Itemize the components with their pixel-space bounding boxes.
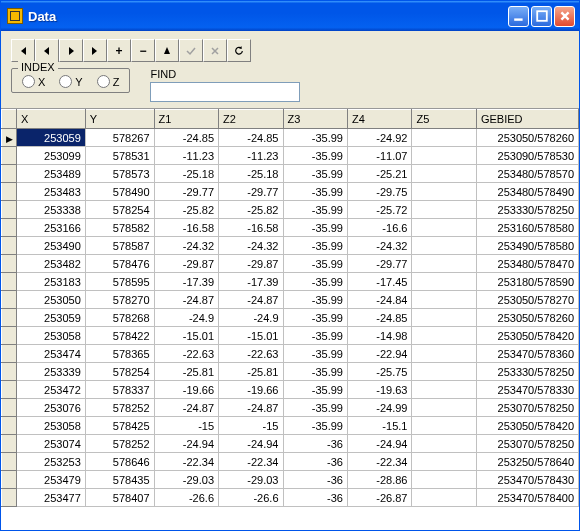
cell[interactable]: 253477 [17,489,86,507]
cell[interactable]: -24.84 [347,291,411,309]
table-row[interactable]: 253489578573-25.18-25.18-35.99-25.212534… [2,165,579,183]
cell[interactable]: -22.63 [219,345,283,363]
cell[interactable]: 253160/578580 [476,219,578,237]
cell[interactable] [412,201,476,219]
table-row[interactable]: 253482578476-29.87-29.87-35.99-29.772534… [2,255,579,273]
cell[interactable]: 578254 [85,363,154,381]
cell[interactable]: -36 [283,471,347,489]
cell[interactable]: 253330/578250 [476,201,578,219]
table-row[interactable]: 253074578252-24.94-24.94-36-24.94253070/… [2,435,579,453]
cell[interactable]: 578365 [85,345,154,363]
cell[interactable]: -24.92 [347,129,411,147]
cell[interactable]: -36 [283,435,347,453]
row-header[interactable] [2,165,17,183]
cell[interactable]: -25.18 [219,165,283,183]
cell[interactable]: 253339 [17,363,86,381]
cell[interactable]: 253058 [17,327,86,345]
cell[interactable]: 578595 [85,273,154,291]
cell[interactable]: -35.99 [283,363,347,381]
row-header[interactable] [2,345,17,363]
cell[interactable]: -15.1 [347,417,411,435]
cell[interactable]: -25.81 [219,363,283,381]
cell[interactable]: -26.6 [219,489,283,507]
row-header[interactable]: ▶ [2,129,17,147]
cell[interactable] [412,273,476,291]
cell[interactable]: -26.87 [347,489,411,507]
find-input[interactable] [150,82,300,102]
row-header[interactable] [2,201,17,219]
table-row[interactable]: 253474578365-22.63-22.63-35.99-22.942534… [2,345,579,363]
cell[interactable]: -25.82 [154,201,218,219]
cell[interactable]: 253480/578470 [476,255,578,273]
table-row[interactable]: 253338578254-25.82-25.82-35.99-25.722533… [2,201,579,219]
table-row[interactable]: 253490578587-24.32-24.32-35.99-24.322534… [2,237,579,255]
row-header[interactable] [2,381,17,399]
cell[interactable]: 253489 [17,165,86,183]
cell[interactable]: 578435 [85,471,154,489]
cell[interactable]: 253050/578270 [476,291,578,309]
cell[interactable]: 578252 [85,399,154,417]
cell[interactable]: 253059 [17,129,86,147]
cell[interactable]: -16.6 [347,219,411,237]
cell[interactable]: 253050/578260 [476,309,578,327]
cell[interactable]: -29.77 [154,183,218,201]
col-header-z4[interactable]: Z4 [347,110,411,129]
radio-y[interactable]: Y [59,75,82,88]
col-header-z5[interactable]: Z5 [412,110,476,129]
cell[interactable]: -29.77 [219,183,283,201]
cell[interactable]: 253470/578330 [476,381,578,399]
cell[interactable] [412,399,476,417]
cell[interactable]: 578254 [85,201,154,219]
cell[interactable]: -22.34 [219,453,283,471]
cell[interactable]: -22.63 [154,345,218,363]
cell[interactable]: 253480/578490 [476,183,578,201]
row-header[interactable] [2,273,17,291]
cell[interactable]: -35.99 [283,381,347,399]
cell[interactable] [412,489,476,507]
table-row[interactable]: 253099578531-11.23-11.23-35.99-11.072530… [2,147,579,165]
col-header-gebied[interactable]: GEBIED [476,110,578,129]
row-header[interactable] [2,255,17,273]
cell[interactable]: 253253 [17,453,86,471]
cell[interactable]: -24.94 [347,435,411,453]
cell[interactable]: -29.03 [154,471,218,489]
cell[interactable] [412,165,476,183]
cell[interactable]: -19.66 [154,381,218,399]
cell[interactable]: -35.99 [283,273,347,291]
table-row[interactable]: 253058578425-15-15-35.99-15.1253050/5784… [2,417,579,435]
cell[interactable]: -29.75 [347,183,411,201]
minimize-button[interactable] [508,6,529,27]
cell[interactable]: 253058 [17,417,86,435]
cell[interactable]: -24.94 [154,435,218,453]
cell[interactable]: -36 [283,489,347,507]
cell[interactable]: -24.85 [219,129,283,147]
cell[interactable] [412,291,476,309]
cell[interactable]: -26.6 [154,489,218,507]
cell[interactable]: 578587 [85,237,154,255]
edit-button[interactable] [155,39,179,62]
cell[interactable]: -11.07 [347,147,411,165]
cell[interactable] [412,363,476,381]
cell[interactable]: -35.99 [283,399,347,417]
cell[interactable]: -25.21 [347,165,411,183]
cell[interactable]: 253050/578420 [476,327,578,345]
cell[interactable] [412,345,476,363]
cell[interactable]: 253070/578250 [476,399,578,417]
cell[interactable]: 578573 [85,165,154,183]
row-header[interactable] [2,363,17,381]
cell[interactable]: 253076 [17,399,86,417]
cell[interactable]: -22.34 [347,453,411,471]
prev-button[interactable] [35,39,59,62]
cell[interactable]: 253470/578430 [476,471,578,489]
cell[interactable]: -24.32 [219,237,283,255]
cell[interactable]: 253490 [17,237,86,255]
cell[interactable]: -35.99 [283,309,347,327]
cell[interactable]: 253074 [17,435,86,453]
cell[interactable]: 253474 [17,345,86,363]
cell[interactable]: -35.99 [283,165,347,183]
cell[interactable]: -24.32 [154,237,218,255]
cell[interactable]: 578268 [85,309,154,327]
cell[interactable]: -24.9 [219,309,283,327]
cell[interactable]: -35.99 [283,417,347,435]
row-header[interactable] [2,183,17,201]
